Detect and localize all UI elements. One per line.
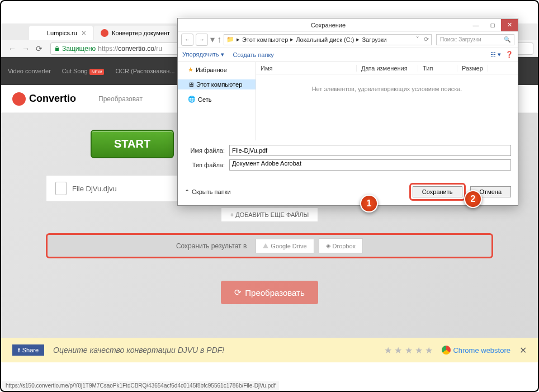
save-result-row: Сохранить результат в Google Drive ◈ Dro… bbox=[46, 233, 493, 258]
save-button-highlight: Сохранить bbox=[409, 183, 466, 201]
empty-message: Нет элементов, удовлетворяющих условиям … bbox=[256, 74, 518, 92]
callout-1: 1 bbox=[360, 195, 378, 212]
minimize-button[interactable]: — bbox=[467, 19, 484, 31]
brand-name: Convertio bbox=[29, 93, 76, 105]
folder-icon: 📁 bbox=[226, 36, 234, 43]
filetype-select[interactable]: Документ Adobe Acrobat bbox=[229, 159, 511, 171]
search-icon: 🔍 bbox=[504, 36, 510, 42]
save-result-label: Сохранить результат в bbox=[176, 242, 247, 250]
star-icon: ★ bbox=[188, 66, 193, 73]
forward-button[interactable]: → bbox=[20, 43, 31, 54]
status-bar: https://s150.convertio.me/p/Y8j1T9M7Csao… bbox=[2, 381, 279, 390]
col-type[interactable]: Тип bbox=[418, 65, 457, 72]
add-files-button[interactable]: + ДОБАВИТЬ ЕЩЕ ФАЙЛЫ bbox=[221, 207, 318, 222]
secure-label: Защищено bbox=[62, 45, 96, 53]
tab-label: Lumpics.ru bbox=[47, 30, 77, 36]
browser-tab[interactable]: Конвертер документ bbox=[94, 26, 177, 40]
col-name[interactable]: Имя bbox=[256, 65, 357, 72]
nav-item[interactable]: OCR (Распознаван... bbox=[115, 68, 174, 74]
dropbox-button[interactable]: ◈ Dropbox bbox=[319, 238, 363, 253]
favicon-icon bbox=[36, 29, 44, 37]
favicon-icon bbox=[101, 29, 108, 37]
dialog-titlebar: Сохранение — □ ✕ bbox=[178, 18, 518, 32]
close-icon[interactable]: × bbox=[82, 29, 86, 37]
network-icon: 🌐 bbox=[188, 96, 196, 103]
dialog-fields: Имя файла: Тип файла: Документ Adobe Acr… bbox=[178, 140, 518, 178]
url-scheme: https:// bbox=[98, 45, 118, 53]
dropbox-icon: ◈ bbox=[326, 242, 330, 249]
close-button[interactable]: ✕ bbox=[501, 19, 518, 31]
view-menu[interactable]: ☷ ▾ bbox=[490, 51, 501, 58]
list-header: Имя Дата изменения Тип Размер bbox=[256, 62, 518, 74]
chevron-down-icon[interactable]: ˅ bbox=[416, 36, 419, 43]
svg-rect-0 bbox=[55, 48, 59, 51]
up-folder-button[interactable]: ↑ bbox=[217, 35, 221, 45]
app-icon bbox=[181, 21, 189, 29]
convert-button[interactable]: ⟳ Преобразовать bbox=[221, 281, 318, 304]
facebook-icon: f bbox=[18, 347, 20, 353]
filename-label: Имя файла: bbox=[185, 147, 229, 154]
new-badge: NEW bbox=[89, 69, 105, 75]
callout-2: 2 bbox=[464, 190, 482, 208]
dialog-toolbar: Упорядочить ▾ Создать папку ☷ ▾ ❓ bbox=[178, 48, 518, 62]
google-drive-icon bbox=[263, 243, 268, 248]
nav-item[interactable]: Cut Song NEW bbox=[62, 68, 105, 74]
search-input[interactable]: Поиск: Загрузки 🔍 bbox=[436, 34, 514, 45]
logo-icon bbox=[12, 92, 26, 106]
tree-computer[interactable]: 🖥 Этот компьютер bbox=[178, 79, 256, 89]
url-path: /ru bbox=[154, 45, 162, 53]
back-button[interactable]: ← bbox=[7, 43, 18, 54]
browser-tab[interactable]: Lumpics.ru × bbox=[29, 26, 93, 40]
dialog-nav: ← → ▾ ↑ 📁 ▸ Этот компьютер ▸ Локальный д… bbox=[178, 32, 518, 48]
refresh-icon[interactable]: ⟳ bbox=[424, 36, 429, 43]
forward-button[interactable]: → bbox=[196, 34, 208, 46]
computer-icon: 🖥 bbox=[188, 81, 194, 88]
dialog-body: ★ Избранное 🖥 Этот компьютер 🌐 Сеть Имя … bbox=[178, 62, 518, 140]
file-list: Имя Дата изменения Тип Размер Нет элемен… bbox=[256, 62, 518, 140]
footer: f Share Оцените качество конвертации DJV… bbox=[1, 338, 538, 362]
breadcrumb[interactable]: 📁 ▸ Этот компьютер ▸ Локальный диск (C:)… bbox=[224, 34, 432, 45]
filename-input[interactable] bbox=[229, 145, 511, 156]
reload-button[interactable]: ⟳ bbox=[34, 43, 45, 54]
organize-menu[interactable]: Упорядочить ▾ bbox=[182, 51, 224, 58]
dialog-title: Сохранение bbox=[189, 22, 467, 29]
back-button[interactable]: ← bbox=[181, 34, 193, 46]
tree-favorites[interactable]: ★ Избранное bbox=[178, 64, 256, 75]
nav-item[interactable]: Video converter bbox=[8, 68, 51, 74]
maximize-button[interactable]: □ bbox=[484, 19, 501, 31]
new-folder-button[interactable]: Создать папку bbox=[233, 51, 274, 58]
file-icon bbox=[55, 182, 67, 195]
logo[interactable]: Convertio bbox=[12, 92, 76, 106]
footer-text: Оцените качество конвертации DJVU в PDF! bbox=[53, 346, 375, 355]
save-dialog: Сохранение — □ ✕ ← → ▾ ↑ 📁 ▸ Этот компью… bbox=[177, 18, 518, 206]
filetype-label: Тип файла: bbox=[185, 162, 229, 168]
close-icon[interactable]: ✕ bbox=[519, 345, 527, 356]
help-icon[interactable]: ❓ bbox=[505, 51, 513, 58]
rating-stars[interactable]: ★ ★ ★ ★ ★ bbox=[384, 345, 433, 356]
chrome-icon bbox=[442, 346, 451, 355]
tagline: Преобразоват bbox=[98, 95, 143, 103]
col-size[interactable]: Размер bbox=[457, 65, 488, 72]
webstore-link[interactable]: Chrome webstore bbox=[442, 346, 510, 355]
tree-network[interactable]: 🌐 Сеть bbox=[178, 94, 256, 105]
url-host: convertio.co bbox=[118, 45, 154, 53]
lock-icon bbox=[54, 46, 60, 51]
start-button[interactable]: START bbox=[91, 130, 174, 158]
share-button[interactable]: f Share bbox=[12, 344, 44, 356]
hide-folders-toggle[interactable]: ⌃ Скрыть папки bbox=[185, 188, 231, 196]
up-button[interactable]: ▾ bbox=[210, 34, 215, 45]
chevron-up-icon: ⌃ bbox=[185, 188, 190, 196]
folder-tree: ★ Избранное 🖥 Этот компьютер 🌐 Сеть bbox=[178, 62, 256, 140]
google-drive-button[interactable]: Google Drive bbox=[256, 239, 314, 253]
col-date[interactable]: Дата изменения bbox=[357, 65, 418, 72]
secure-indicator: Защищено bbox=[54, 45, 96, 53]
tab-label: Конвертер документ bbox=[112, 30, 170, 36]
convert-icon: ⟳ bbox=[234, 287, 242, 297]
save-button[interactable]: Сохранить bbox=[413, 186, 462, 197]
